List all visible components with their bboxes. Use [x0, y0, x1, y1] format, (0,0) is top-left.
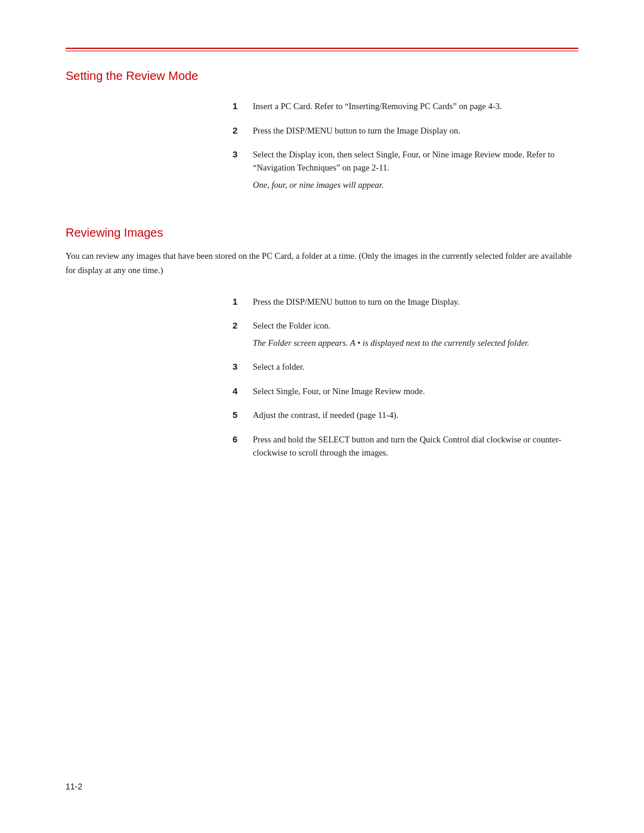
step-italic-1-3: One, four, or nine images will appear. — [253, 178, 578, 191]
step-number-1-3: 3 — [233, 148, 249, 162]
page-number: 11-2 — [66, 782, 82, 791]
step-number-2-4: 4 — [233, 385, 249, 398]
step-number-2-3: 3 — [233, 360, 249, 374]
step-block-2-2: 2 Select the Folder icon. The Folder scr… — [233, 319, 578, 349]
step-italic-2-2: The Folder screen appears. A • is displa… — [253, 336, 578, 349]
section2-intro: You can review any images that have been… — [66, 249, 578, 277]
section2-steps-list: 1 Press the DISP/MENU button to turn on … — [233, 295, 578, 460]
step-text-2-5: Adjust the contrast, if needed (page 11-… — [253, 408, 398, 422]
step-1-1: 1 Insert a PC Card. Refer to “Inserting/… — [233, 100, 578, 113]
section2-steps: 1 Press the DISP/MENU button to turn on … — [233, 295, 578, 470]
step-2-2: 2 Select the Folder icon. The Folder scr… — [233, 319, 578, 349]
section1-content: 1 Insert a PC Card. Refer to “Inserting/… — [66, 100, 578, 202]
step-text-1-1: Insert a PC Card. Refer to “Inserting/Re… — [253, 100, 502, 113]
header-line-bottom — [66, 51, 578, 51]
header-divider — [66, 48, 578, 51]
section-reviewing-images: Reviewing Images You can review any imag… — [66, 226, 578, 470]
step-block-1-3: 3 Select the Display icon, then select S… — [233, 148, 578, 191]
step-text-1-3: Select the Display icon, then select Sin… — [253, 148, 578, 175]
step-text-2-4: Select Single, Four, or Nine Image Revie… — [253, 385, 425, 398]
section1-left — [66, 100, 233, 202]
step-2-5: 5 Adjust the contrast, if needed (page 1… — [233, 408, 578, 422]
step-text-2-1: Press the DISP/MENU button to turn on th… — [253, 295, 460, 308]
step-2-1: 1 Press the DISP/MENU button to turn on … — [233, 295, 578, 309]
step-text-1-2: Press the DISP/MENU button to turn the I… — [253, 124, 460, 137]
step-number-2-1: 1 — [233, 295, 249, 309]
step-number-2-2: 2 — [233, 319, 249, 333]
step-text-2-3: Select a folder. — [253, 360, 305, 373]
step-text-2-6: Press and hold the SELECT button and tur… — [253, 433, 578, 460]
section2-left — [66, 295, 233, 470]
page: Setting the Review Mode 1 Insert a PC Ca… — [0, 0, 644, 833]
step-1-2: 2 Press the DISP/MENU button to turn the… — [233, 124, 578, 138]
section1-steps: 1 Insert a PC Card. Refer to “Inserting/… — [233, 100, 578, 202]
step-number-2-6: 6 — [233, 433, 249, 447]
step-number-2-5: 5 — [233, 408, 249, 422]
section-setting-review-mode: Setting the Review Mode 1 Insert a PC Ca… — [66, 69, 578, 202]
step-2-6: 6 Press and hold the SELECT button and t… — [233, 433, 578, 460]
section1-title: Setting the Review Mode — [66, 69, 578, 83]
section1-steps-list: 1 Insert a PC Card. Refer to “Inserting/… — [233, 100, 578, 191]
step-text-2-2: Select the Folder icon. — [253, 319, 330, 332]
step-block-1-1: 1 Insert a PC Card. Refer to “Inserting/… — [233, 100, 578, 113]
section2-content: 1 Press the DISP/MENU button to turn on … — [66, 295, 578, 470]
step-2-3: 3 Select a folder. — [233, 360, 578, 374]
step-number-1-2: 2 — [233, 124, 249, 138]
step-number-1-1: 1 — [233, 100, 249, 113]
step-2-4: 4 Select Single, Four, or Nine Image Rev… — [233, 385, 578, 398]
header-line-top — [66, 48, 578, 49]
step-1-3: 3 Select the Display icon, then select S… — [233, 148, 578, 191]
section2-title: Reviewing Images — [66, 226, 578, 240]
